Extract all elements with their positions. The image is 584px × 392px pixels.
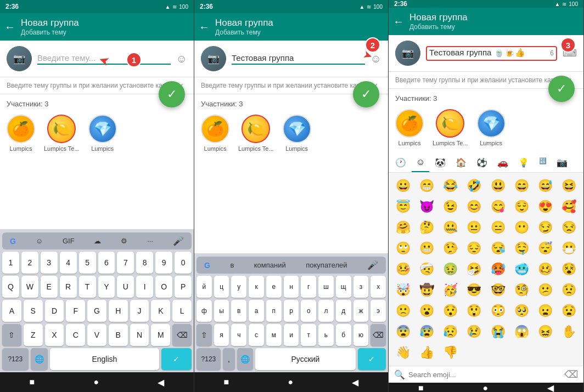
emoji-button-1[interactable]: ☺: [176, 53, 187, 65]
sticker-key-1[interactable]: ☺: [32, 236, 46, 246]
emoji-😌[interactable]: 😌: [510, 197, 533, 217]
group-name-input-2[interactable]: [232, 53, 365, 65]
emoji-😆[interactable]: 😆: [558, 176, 580, 196]
key-z[interactable]: Z: [24, 324, 43, 346]
key-5[interactable]: 5: [79, 252, 96, 274]
emoji-😰[interactable]: 😰: [415, 322, 438, 342]
key-globe-1[interactable]: 🌐: [31, 348, 48, 370]
key-х[interactable]: х: [370, 276, 386, 298]
key-r[interactable]: R: [60, 276, 77, 298]
nav-back-3[interactable]: ◀: [547, 383, 554, 392]
emoji-😃[interactable]: 😃: [487, 176, 509, 196]
emoji-😔[interactable]: 😔: [463, 238, 485, 258]
key-s[interactable]: S: [24, 300, 43, 322]
key-н[interactable]: н: [284, 276, 299, 298]
emoji-😯[interactable]: 😯: [439, 301, 462, 321]
key-з[interactable]: з: [353, 276, 369, 298]
emoji-😀[interactable]: 😀: [392, 176, 414, 196]
emoji-🧐[interactable]: 🧐: [510, 280, 533, 300]
key-6[interactable]: 6: [98, 252, 115, 274]
emoji-🤔[interactable]: 🤔: [415, 218, 438, 237]
key-u[interactable]: U: [117, 276, 134, 298]
suggest-2-2[interactable]: компаний: [251, 260, 289, 270]
nav-circle-3[interactable]: ●: [482, 383, 488, 393]
emoji-😵[interactable]: 😵: [558, 259, 580, 279]
emoji-😈[interactable]: 😈: [415, 197, 438, 217]
emoji-tab-travel[interactable]: 🚗: [493, 154, 513, 172]
emoji-🤧[interactable]: 🤧: [463, 259, 485, 279]
emoji-😇[interactable]: 😇: [392, 197, 414, 217]
emoji-😳[interactable]: 😳: [487, 301, 509, 321]
suggest-1-2[interactable]: в: [227, 260, 237, 270]
emoji-tab-smileys[interactable]: ☺: [412, 154, 429, 172]
emoji-😱[interactable]: 😱: [510, 322, 533, 342]
emoji-😋[interactable]: 😋: [487, 197, 509, 217]
key-p[interactable]: P: [175, 276, 192, 298]
emoji-🤯[interactable]: 🤯: [392, 280, 414, 300]
settings-key-1[interactable]: ⚙: [117, 236, 131, 246]
key-l[interactable]: L: [172, 300, 192, 322]
key-q[interactable]: Q: [2, 276, 19, 298]
nav-circle-1[interactable]: ●: [94, 377, 99, 387]
group-avatar-3[interactable]: 📷: [395, 41, 420, 66]
mic-key-1[interactable]: 🎤: [170, 235, 187, 247]
key-f[interactable]: F: [66, 300, 85, 322]
emoji-😐[interactable]: 😐: [463, 218, 485, 237]
key-backspace[interactable]: ⌫: [172, 324, 192, 346]
key-щ[interactable]: щ: [336, 276, 351, 298]
emoji-😲[interactable]: 😲: [463, 301, 485, 321]
key-w[interactable]: W: [21, 276, 38, 298]
key-8[interactable]: 8: [136, 252, 153, 274]
key-backspace-2[interactable]: ⌫: [370, 324, 386, 346]
key-к[interactable]: к: [249, 276, 264, 298]
google-key-1[interactable]: G: [7, 236, 19, 247]
emoji-🙄[interactable]: 🙄: [392, 238, 414, 258]
key-э[interactable]: э: [370, 300, 386, 322]
emoji-😅[interactable]: 😅: [534, 176, 557, 196]
more-key-1[interactable]: ···: [144, 236, 156, 246]
emoji-🥴[interactable]: 🥴: [534, 259, 557, 279]
emoji-tab-food[interactable]: 🏠: [451, 154, 471, 172]
emoji-tab-animals[interactable]: 🐼: [430, 154, 450, 172]
key-ц[interactable]: ц: [214, 276, 229, 298]
key-h[interactable]: H: [109, 300, 128, 322]
emoji-🤗[interactable]: 🤗: [392, 218, 414, 237]
nav-square-3[interactable]: ■: [418, 383, 424, 393]
emoji-tab-flags[interactable]: 📷: [552, 154, 572, 172]
emoji-😒[interactable]: 😒: [558, 218, 580, 237]
emoji-😎[interactable]: 😎: [463, 280, 485, 300]
key-т[interactable]: т: [301, 324, 316, 346]
emoji-😥[interactable]: 😥: [439, 322, 462, 342]
emoji-✋[interactable]: ✋: [558, 322, 580, 342]
emoji-🤥[interactable]: 🤥: [439, 238, 462, 258]
clipboard-key-1[interactable]: ☁: [91, 236, 104, 246]
emoji-🤠[interactable]: 🤠: [415, 280, 438, 300]
key-ю[interactable]: ю: [353, 324, 369, 346]
nav-square-2[interactable]: ■: [224, 377, 229, 387]
emoji-🤤[interactable]: 🤤: [510, 238, 533, 258]
nav-square-1[interactable]: ■: [30, 377, 35, 387]
key-comma-2[interactable]: ,: [223, 348, 235, 370]
emoji-🥺[interactable]: 🥺: [510, 301, 533, 321]
key-d[interactable]: D: [45, 300, 64, 322]
key-globe-2[interactable]: 🌐: [237, 348, 253, 370]
emoji-🥰[interactable]: 🥰: [558, 197, 580, 217]
key-с[interactable]: с: [249, 324, 264, 346]
fab-button-3[interactable]: ✓: [548, 76, 575, 102]
key-р[interactable]: р: [284, 300, 299, 322]
emoji-😊[interactable]: 😊: [463, 197, 485, 217]
emoji-🤣[interactable]: 🤣: [463, 176, 485, 196]
emoji-😖[interactable]: 😖: [534, 322, 557, 342]
back-button-3[interactable]: ←: [393, 15, 404, 28]
emoji-👍[interactable]: 👍: [415, 343, 438, 362]
emoji-😮[interactable]: 😮: [415, 301, 438, 321]
key-2[interactable]: 2: [21, 252, 38, 274]
emoji-🤓[interactable]: 🤓: [487, 280, 509, 300]
emoji-delete-3[interactable]: ⌫: [564, 368, 578, 380]
key-num-1[interactable]: ?123: [2, 348, 29, 370]
key-й[interactable]: й: [196, 276, 212, 298]
nav-back-2[interactable]: ◀: [352, 377, 358, 388]
key-num-2[interactable]: ?123: [196, 348, 221, 370]
emoji-😷[interactable]: 😷: [558, 238, 580, 258]
key-space-1[interactable]: English: [50, 348, 159, 370]
